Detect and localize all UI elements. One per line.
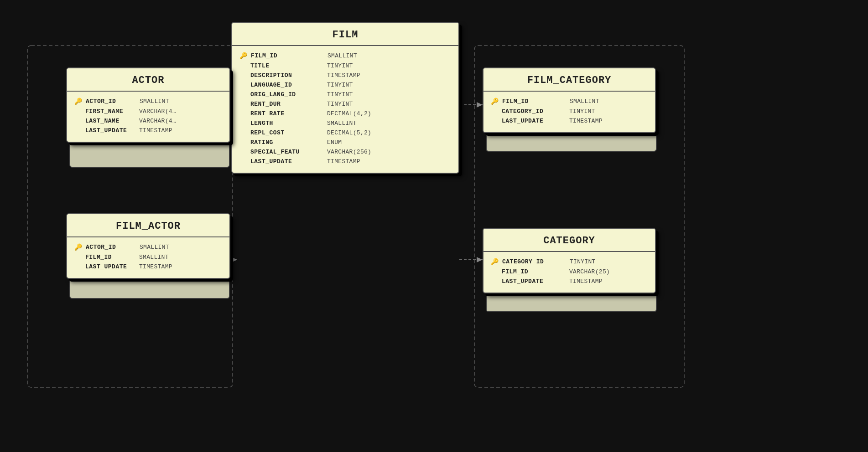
actor-table: ACTOR 🔑 ACTOR_ID SMALLINT FIRST_NAME VAR…	[66, 67, 230, 143]
field-type: TIMESTAMP	[327, 158, 360, 165]
table-row: FILM_ID VARCHAR(25)	[491, 267, 648, 277]
table-row: 🔑 CATEGORY_ID TINYINT	[491, 257, 648, 267]
field-type: VARCHAR(256)	[327, 149, 371, 155]
film-table-body: 🔑 FILM_ID SMALLINT TITLE TINYINT DESCRIP…	[232, 46, 458, 173]
field-type: SMALLINT	[327, 120, 357, 127]
field-name: LAST_UPDATE	[85, 263, 135, 270]
table-row: LAST_UPDATE TIMESTAMP	[74, 262, 222, 272]
category-table-title: CATEGORY	[483, 229, 655, 252]
field-name: LENGTH	[250, 120, 323, 127]
field-type: TIMESTAMP	[569, 118, 603, 124]
table-row: LAST_UPDATE TIMESTAMP	[74, 126, 222, 135]
field-type: SMALLINT	[140, 244, 169, 251]
field-type: TINYINT	[327, 82, 353, 88]
field-name: LAST_NAME	[85, 118, 135, 124]
field-type: DECIMAL(5,2)	[327, 129, 371, 136]
field-type: TINYINT	[570, 258, 596, 265]
field-type: SMALLINT	[139, 254, 169, 261]
field-name: DESCRIPTION	[250, 72, 323, 79]
table-row: 🔑 FILM_ID SMALLINT	[239, 51, 451, 61]
field-type: TINYINT	[569, 108, 595, 115]
field-name: FILM_ID	[502, 268, 566, 275]
table-row: LAST_UPDATE TIMESTAMP	[491, 277, 648, 286]
svg-marker-6	[477, 102, 483, 108]
category-table-body: 🔑 CATEGORY_ID TINYINT FILM_ID VARCHAR(25…	[483, 252, 655, 293]
actor-table-title: ACTOR	[67, 68, 229, 92]
table-row: CATEGORY_ID TINYINT	[491, 107, 648, 116]
field-type: TIMESTAMP	[139, 127, 172, 134]
field-name: LANGUAGE_ID	[250, 82, 323, 88]
key-icon: 🔑	[491, 258, 499, 266]
key-icon: 🔑	[239, 52, 247, 60]
field-name: FILM_ID	[502, 98, 566, 105]
table-row: FILM_ID SMALLINT	[74, 252, 222, 262]
key-icon: 🔑	[491, 98, 499, 105]
field-name: RENT_DUR	[250, 101, 323, 108]
table-row: LAST_NAME VARCHAR(4…	[74, 116, 222, 126]
field-name: TITLE	[250, 62, 323, 69]
field-type: VARCHAR(4…	[139, 108, 176, 115]
field-type: TINYINT	[327, 91, 353, 98]
field-name: LAST_UPDATE	[502, 118, 566, 124]
table-row: RENT_DUR TINYINT	[239, 99, 451, 109]
table-row: RATING ENUM	[239, 138, 451, 147]
diagram-canvas: FILM 🔑 FILM_ID SMALLINT TITLE TINYINT DE…	[0, 0, 868, 452]
field-name: CATEGORY_ID	[502, 108, 566, 115]
table-row: LAST_UPDATE TIMESTAMP	[491, 116, 648, 126]
film-category-table: FILM_CATEGORY 🔑 FILM_ID SMALLINT CATEGOR…	[483, 67, 656, 133]
key-icon: 🔑	[74, 243, 82, 251]
field-name: ACTOR_ID	[86, 98, 136, 105]
table-row: LAST_UPDATE TIMESTAMP	[239, 157, 451, 166]
key-icon: 🔑	[74, 98, 82, 105]
field-type: DECIMAL(4,2)	[327, 110, 371, 117]
field-name: REPL_COST	[250, 129, 323, 136]
field-name: ACTOR_ID	[86, 244, 136, 251]
table-row: RENT_RATE DECIMAL(4,2)	[239, 109, 451, 118]
svg-marker-8	[477, 257, 483, 262]
field-type: VARCHAR(25)	[569, 268, 610, 275]
field-name: LAST_UPDATE	[250, 158, 323, 165]
table-row: FIRST_NAME VARCHAR(4…	[74, 107, 222, 116]
field-name: RENT_RATE	[250, 110, 323, 117]
table-row: LANGUAGE_ID TINYINT	[239, 80, 451, 90]
film-table-title: FILM	[232, 23, 458, 46]
field-name: ORIG_LANG_ID	[250, 91, 323, 98]
field-name: FIRST_NAME	[85, 108, 135, 115]
field-type: TIMESTAMP	[139, 263, 172, 270]
film-table: FILM 🔑 FILM_ID SMALLINT TITLE TINYINT DE…	[231, 22, 459, 174]
field-name: RATING	[250, 139, 323, 146]
field-name: FILM_ID	[251, 52, 324, 59]
table-row: TITLE TINYINT	[239, 61, 451, 71]
table-row: DESCRIPTION TIMESTAMP	[239, 71, 451, 80]
field-type: VARCHAR(4…	[139, 118, 176, 124]
svg-marker-4	[231, 257, 237, 262]
field-name: FILM_ID	[85, 254, 135, 261]
field-type: SMALLINT	[140, 98, 169, 105]
film-actor-table-title: FILM_ACTOR	[67, 214, 229, 237]
film-actor-table-body: 🔑 ACTOR_ID SMALLINT FILM_ID SMALLINT LAS…	[67, 237, 229, 278]
field-name: CATEGORY_ID	[502, 258, 566, 265]
field-type: TINYINT	[327, 62, 353, 69]
table-row: 🔑 ACTOR_ID SMALLINT	[74, 96, 222, 107]
field-name: LAST_UPDATE	[502, 278, 566, 285]
table-row: SPECIAL_FEATU VARCHAR(256)	[239, 147, 451, 157]
table-row: 🔑 FILM_ID SMALLINT	[491, 96, 648, 107]
film-category-table-body: 🔑 FILM_ID SMALLINT CATEGORY_ID TINYINT L…	[483, 92, 655, 132]
table-row: LENGTH SMALLINT	[239, 118, 451, 128]
field-type: TIMESTAMP	[327, 72, 360, 79]
category-table: CATEGORY 🔑 CATEGORY_ID TINYINT FILM_ID V…	[483, 228, 656, 293]
field-type: SMALLINT	[570, 98, 599, 105]
field-name: SPECIAL_FEATU	[250, 149, 323, 155]
table-row: REPL_COST DECIMAL(5,2)	[239, 128, 451, 138]
field-name: LAST_UPDATE	[85, 127, 135, 134]
field-type: ENUM	[327, 139, 342, 146]
field-type: SMALLINT	[327, 52, 357, 59]
table-row: 🔑 ACTOR_ID SMALLINT	[74, 242, 222, 252]
film-actor-table: FILM_ACTOR 🔑 ACTOR_ID SMALLINT FILM_ID S…	[66, 213, 230, 279]
film-category-table-title: FILM_CATEGORY	[483, 68, 655, 92]
actor-table-body: 🔑 ACTOR_ID SMALLINT FIRST_NAME VARCHAR(4…	[67, 92, 229, 142]
field-type: TINYINT	[327, 101, 353, 108]
table-row: ORIG_LANG_ID TINYINT	[239, 90, 451, 99]
field-type: TIMESTAMP	[569, 278, 603, 285]
